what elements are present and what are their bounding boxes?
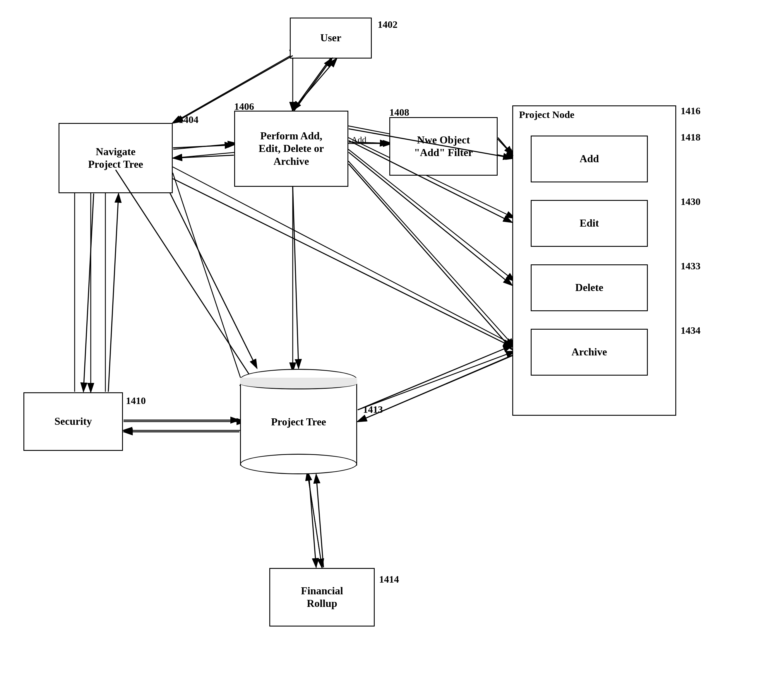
ref-1413: 1413 (363, 404, 383, 415)
svg-line-49 (316, 474, 323, 567)
svg-line-30 (294, 58, 332, 111)
project-tree-label: Project Tree (271, 416, 326, 428)
svg-line-51 (116, 170, 257, 386)
ref-1414: 1414 (379, 574, 399, 585)
project-node-title: Project Node (519, 109, 574, 120)
svg-line-32 (173, 145, 234, 148)
ref-1404: 1404 (179, 114, 198, 125)
ref-1434: 1434 (681, 325, 700, 336)
nwe-label: Nwe Object"Add" Filter (414, 134, 473, 159)
security-node: Security (23, 392, 123, 451)
financial-label: FinancialRollup (301, 585, 343, 610)
archive-label: Archive (571, 346, 607, 358)
add-subnode: Add (531, 135, 648, 182)
svg-line-42 (108, 193, 119, 392)
svg-line-23 (307, 472, 322, 567)
svg-line-29 (293, 58, 331, 111)
svg-line-47 (358, 346, 512, 410)
ref-1402: 1402 (378, 19, 397, 30)
ref-1408: 1408 (389, 107, 409, 118)
nwe-node: Nwe Object"Add" Filter (389, 117, 498, 175)
svg-line-40 (293, 187, 299, 368)
ref-1433: 1433 (681, 261, 700, 272)
svg-line-35 (498, 138, 513, 155)
svg-line-48 (309, 474, 316, 567)
svg-line-43 (170, 193, 257, 368)
svg-line-8 (173, 152, 236, 158)
add-label: Add (579, 153, 599, 165)
svg-line-14 (348, 161, 515, 347)
svg-line-25 (173, 167, 515, 346)
svg-line-3 (293, 58, 337, 110)
ref-1430: 1430 (681, 196, 700, 207)
svg-line-24 (358, 351, 515, 410)
svg-line-4 (293, 58, 337, 110)
security-label: Security (55, 415, 92, 428)
navigate-node: NavigateProject Tree (58, 123, 173, 193)
delete-label: Delete (575, 282, 603, 294)
svg-line-18 (173, 173, 245, 392)
navigate-label: NavigateProject Tree (88, 145, 143, 171)
delete-subnode: Delete (531, 264, 648, 311)
edit-label: Edit (579, 217, 599, 230)
edit-subnode: Edit (531, 200, 648, 247)
financial-node: FinancialRollup (269, 568, 375, 626)
svg-line-33 (173, 155, 234, 158)
user-label: User (320, 32, 341, 44)
diagram: User 1402 NavigateProject Tree 1404 Perf… (0, 0, 769, 700)
project-tree-cylinder: Project Tree (240, 369, 357, 474)
perform-node: Perform Add,Edit, Delete orArchive (234, 111, 348, 187)
svg-line-50 (173, 179, 512, 347)
project-node-container: Project Node Add Edit Delete Archive (512, 105, 676, 416)
ref-1410: 1410 (126, 395, 146, 406)
svg-line-39 (349, 164, 512, 350)
user-node: User (290, 18, 372, 58)
add-arrow-label: Add (351, 135, 367, 145)
svg-line-7 (173, 143, 236, 149)
archive-subnode: Archive (531, 329, 648, 376)
svg-line-41 (84, 193, 94, 392)
ref-1406: 1406 (234, 101, 254, 112)
ref-1416: 1416 (681, 105, 700, 116)
svg-line-22 (307, 472, 322, 567)
perform-label: Perform Add,Edit, Delete orArchive (259, 130, 324, 168)
ref-1418: 1418 (681, 132, 700, 143)
